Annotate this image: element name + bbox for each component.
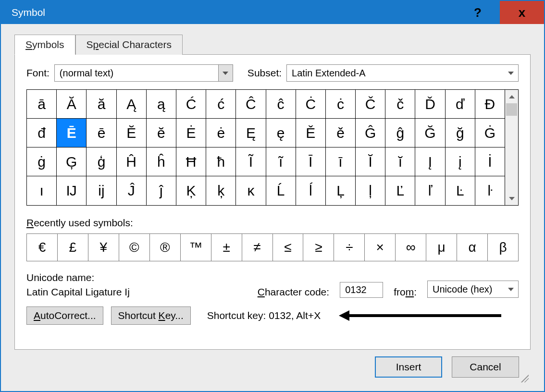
from-combo[interactable] (427, 281, 519, 298)
symbol-cell[interactable]: Ĳ (57, 176, 87, 205)
symbol-cell[interactable]: ĩ (266, 147, 296, 176)
symbol-cell[interactable]: Ć (176, 90, 206, 119)
symbol-cell[interactable]: ĭ (385, 147, 415, 176)
symbol-cell[interactable]: Ľ (385, 176, 415, 205)
symbol-cell[interactable]: Ĥ (117, 147, 147, 176)
symbol-cell[interactable]: İ (475, 147, 505, 176)
recent-symbol-cell[interactable]: α (457, 234, 488, 261)
symbol-cell[interactable]: ĵ (147, 176, 176, 205)
subset-input[interactable] (287, 65, 504, 81)
symbol-cell[interactable]: ě (326, 119, 356, 147)
symbol-cell[interactable]: Ĕ (117, 119, 147, 147)
symbol-cell[interactable]: Ĉ (236, 90, 266, 119)
recent-symbol-cell[interactable]: ≠ (242, 234, 273, 261)
symbol-cell[interactable]: Ă (57, 90, 87, 119)
symbol-cell[interactable]: ĉ (266, 90, 296, 119)
recent-symbol-cell[interactable]: ∞ (396, 234, 426, 261)
font-input[interactable] (55, 65, 218, 81)
recent-symbol-cell[interactable]: β (488, 234, 518, 261)
symbol-cell[interactable]: ą (147, 90, 176, 119)
recent-symbol-cell[interactable]: ÷ (334, 234, 365, 261)
symbol-cell[interactable]: ħ (206, 147, 236, 176)
symbol-cell[interactable]: Ħ (176, 147, 206, 176)
symbol-cell[interactable]: Ĵ (117, 176, 147, 205)
symbol-cell[interactable]: Ķ (176, 176, 206, 205)
symbol-cell[interactable]: Đ (475, 90, 505, 119)
symbol-cell[interactable]: ĺ (296, 176, 326, 205)
symbol-cell[interactable]: Ī (296, 147, 326, 176)
symbol-cell[interactable]: ľ (415, 176, 445, 205)
from-input[interactable] (428, 281, 504, 297)
from-dropdown-button[interactable] (504, 281, 518, 297)
symbol-cell[interactable]: ĕ (147, 119, 176, 147)
symbol-cell[interactable]: ē (87, 119, 116, 147)
close-button[interactable]: x (500, 1, 544, 24)
symbol-cell[interactable]: ī (326, 147, 356, 176)
recent-symbol-cell[interactable]: μ (426, 234, 457, 261)
symbol-cell[interactable]: ŀ (475, 176, 505, 205)
font-combo[interactable] (54, 64, 233, 82)
symbol-cell[interactable]: ć (206, 90, 236, 119)
subset-combo[interactable] (286, 64, 519, 82)
symbol-cell[interactable]: Ĺ (266, 176, 296, 205)
recent-symbol-cell[interactable]: ™ (181, 234, 211, 261)
symbol-cell[interactable]: Ď (415, 90, 445, 119)
symbol-cell[interactable]: Ė (176, 119, 206, 147)
resize-grip[interactable] (521, 375, 529, 382)
recent-symbol-cell[interactable]: © (119, 234, 150, 261)
recent-symbol-cell[interactable]: £ (58, 234, 88, 261)
symbol-cell[interactable]: ļ (356, 176, 385, 205)
recent-symbol-cell[interactable]: ® (150, 234, 181, 261)
symbol-cell[interactable]: Ē (57, 119, 87, 147)
symbol-cell[interactable]: ċ (326, 90, 356, 119)
char-code-input[interactable] (340, 282, 383, 298)
symbol-cell[interactable]: ď (446, 90, 475, 119)
symbol-cell[interactable]: Ę (236, 119, 266, 147)
symbol-cell[interactable]: į (446, 147, 475, 176)
symbol-cell[interactable]: ı (27, 176, 57, 205)
symbol-cell[interactable]: Į (415, 147, 445, 176)
font-dropdown-button[interactable] (218, 65, 233, 81)
symbol-cell[interactable]: ĝ (385, 119, 415, 147)
scrollbar-thumb[interactable] (506, 103, 517, 116)
subset-dropdown-button[interactable] (504, 65, 518, 81)
cancel-button[interactable]: Cancel (452, 356, 519, 378)
symbol-cell[interactable]: Ĩ (236, 147, 266, 176)
symbol-cell[interactable]: Ģ (57, 147, 87, 176)
symbol-cell[interactable]: ā (27, 90, 57, 119)
symbol-cell[interactable]: ę (266, 119, 296, 147)
symbol-cell[interactable]: Č (356, 90, 385, 119)
symbol-cell[interactable]: Ĭ (356, 147, 385, 176)
symbol-cell[interactable]: Ğ (415, 119, 445, 147)
symbol-cell[interactable]: ĳ (87, 176, 116, 205)
recent-symbol-cell[interactable]: × (365, 234, 396, 261)
symbol-cell[interactable]: Ą (117, 90, 147, 119)
symbol-cell[interactable]: Ġ (475, 119, 505, 147)
symbol-cell[interactable]: ğ (446, 119, 475, 147)
symbol-cell[interactable]: Ċ (296, 90, 326, 119)
symbol-cell[interactable]: ģ (87, 147, 116, 176)
symbol-cell[interactable]: ĸ (236, 176, 266, 205)
symbol-cell[interactable]: ė (206, 119, 236, 147)
help-button[interactable]: ? (456, 1, 500, 24)
symbol-cell[interactable]: Ļ (326, 176, 356, 205)
recent-symbol-cell[interactable]: € (27, 234, 58, 261)
symbol-cell[interactable]: č (385, 90, 415, 119)
recent-symbol-cell[interactable]: ¥ (88, 234, 119, 261)
recent-symbol-cell[interactable]: ≥ (303, 234, 334, 261)
recent-symbol-cell[interactable]: ≤ (273, 234, 304, 261)
symbol-cell[interactable]: đ (27, 119, 57, 147)
autocorrect-button[interactable]: AutoCorrect... (26, 306, 103, 325)
scroll-up-button[interactable] (505, 90, 518, 103)
symbol-cell[interactable]: Ě (296, 119, 326, 147)
shortcut-key-button[interactable]: Shortcut Key... (111, 306, 191, 325)
recent-symbol-cell[interactable]: ± (211, 234, 242, 261)
tab-symbols[interactable]: Symbols (14, 35, 75, 55)
scroll-down-button[interactable] (505, 192, 518, 205)
symbol-cell[interactable]: ă (87, 90, 116, 119)
symbol-cell[interactable]: Ŀ (446, 176, 475, 205)
tab-special-characters[interactable]: Special Characters (75, 35, 183, 55)
symbol-cell[interactable]: Ĝ (356, 119, 385, 147)
symbol-cell[interactable]: ĥ (147, 147, 176, 176)
insert-button[interactable]: Insert (375, 356, 442, 378)
